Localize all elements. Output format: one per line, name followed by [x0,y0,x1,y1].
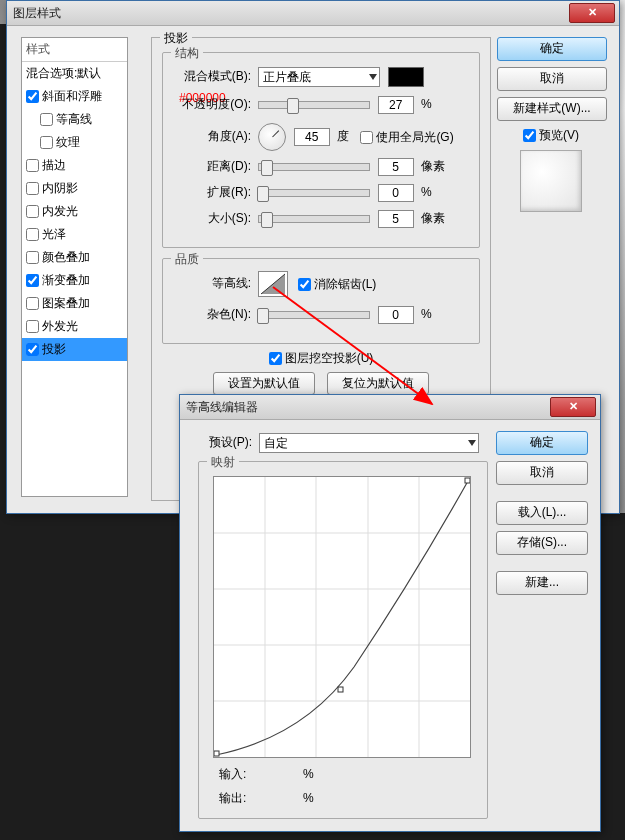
close-icon[interactable]: ✕ [550,397,596,417]
opacity-input[interactable]: 27 [378,96,414,114]
editor-new-button[interactable]: 新建... [496,571,588,595]
svg-rect-10 [338,687,343,692]
cancel-button[interactable]: 取消 [497,67,607,91]
style-item-8[interactable]: 渐变叠加 [22,269,127,292]
style-item-11[interactable]: 投影 [22,338,127,361]
distance-input[interactable]: 5 [378,158,414,176]
make-default-button[interactable]: 设置为默认值 [213,372,315,395]
quality-group: 品质 等高线: 消除锯齿(L) 杂色(N): 0 % [162,258,480,344]
contour-picker[interactable] [258,271,288,297]
blend-mode-combo[interactable]: 正片叠底 [258,67,380,87]
angle-dial[interactable] [258,123,286,151]
noise-input[interactable]: 0 [378,306,414,324]
structure-group: 结构 混合模式(B): 正片叠底 #000000 不透明度(O): 27 % 角… [162,52,480,248]
style-item-6[interactable]: 光泽 [22,223,127,246]
close-icon[interactable]: ✕ [569,3,615,23]
style-item-7[interactable]: 颜色叠加 [22,246,127,269]
global-light-checkbox[interactable]: 使用全局光(G) [360,126,453,148]
main-title: 图层样式 [13,6,61,20]
spread-input[interactable]: 0 [378,184,414,202]
reset-default-button[interactable]: 复位为默认值 [327,372,429,395]
editor-ok-button[interactable]: 确定 [496,431,588,455]
style-item-5[interactable]: 内发光 [22,200,127,223]
chevron-down-icon [468,440,476,446]
svg-rect-11 [465,478,470,483]
editor-save-button[interactable]: 存储(S)... [496,531,588,555]
contour-graph[interactable] [213,476,471,758]
mapping-group: 映射 输入: % 输出: % [198,461,488,819]
size-input[interactable]: 5 [378,210,414,228]
angle-input[interactable]: 45 [294,128,330,146]
noise-slider[interactable] [258,311,370,319]
preview-swatch [520,150,582,212]
editor-load-button[interactable]: 载入(L)... [496,501,588,525]
preview-checkbox[interactable]: 预览(V) [497,127,605,144]
shadow-color-swatch[interactable] [388,67,424,87]
style-item-4[interactable]: 内阴影 [22,177,127,200]
spread-slider[interactable] [258,189,370,197]
styles-header: 样式 [22,38,127,62]
style-item-3[interactable]: 描边 [22,154,127,177]
style-item-1[interactable]: 等高线 [22,108,127,131]
svg-rect-9 [214,751,219,756]
editor-cancel-button[interactable]: 取消 [496,461,588,485]
style-item-0[interactable]: 斜面和浮雕 [22,85,127,108]
main-titlebar[interactable]: 图层样式 ✕ [7,1,619,26]
blend-options[interactable]: 混合选项:默认 [22,62,127,85]
style-list: 样式 混合选项:默认 斜面和浮雕等高线纹理描边内阴影内发光光泽颜色叠加渐变叠加图… [21,37,128,497]
style-item-2[interactable]: 纹理 [22,131,127,154]
chevron-down-icon [369,74,377,80]
ok-button[interactable]: 确定 [497,37,607,61]
opacity-slider[interactable] [258,101,370,109]
editor-titlebar[interactable]: 等高线编辑器 ✕ [180,395,600,420]
style-item-10[interactable]: 外发光 [22,315,127,338]
preset-combo[interactable]: 自定 [259,433,479,453]
size-slider[interactable] [258,215,370,223]
new-style-button[interactable]: 新建样式(W)... [497,97,607,121]
style-item-9[interactable]: 图案叠加 [22,292,127,315]
antialias-checkbox[interactable]: 消除锯齿(L) [298,273,377,295]
distance-slider[interactable] [258,163,370,171]
knockout-checkbox[interactable]: 图层挖空投影(U) [269,350,374,367]
editor-title: 等高线编辑器 [186,400,258,414]
